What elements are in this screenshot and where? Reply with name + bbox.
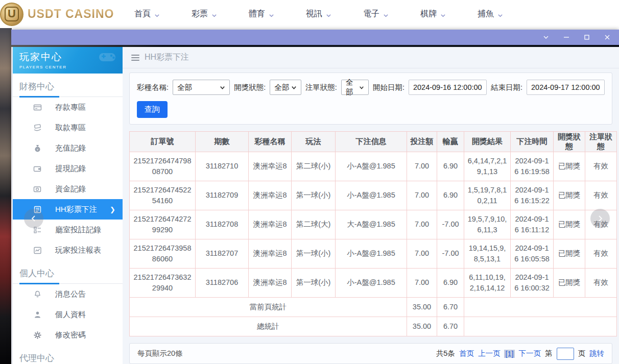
nav-item-lottery[interactable]: 彩票 — [192, 9, 217, 19]
cell-order-no: 2152172647395886060 — [130, 239, 196, 269]
bet-table-wrap: 訂單號 期數 彩種名稱 玩法 下注信息 投注額 輸贏 開獎結果 下注時間 開獎狀… — [129, 131, 612, 336]
bell-icon — [33, 290, 42, 299]
nav-items: 首頁 彩票 體育 視訊 電子 棋牌 — [134, 9, 503, 19]
cell-play-type: 第一球(小) — [292, 269, 336, 298]
col-header-draw-status: 開獎狀態 — [554, 132, 585, 152]
prev-page-link[interactable]: 上一页 — [478, 349, 501, 358]
start-date-input[interactable] — [409, 80, 487, 95]
sidebar-item-label: 玩家投注報表 — [55, 246, 101, 255]
carousel-next-button[interactable] — [590, 209, 610, 228]
col-header-bet-amount: 投注額 — [407, 132, 437, 152]
gear-icon — [33, 331, 42, 339]
select-chevron-icon — [220, 85, 225, 90]
cell-issue: 31182708 — [196, 210, 249, 239]
draw-status-select[interactable]: 全部 — [270, 80, 301, 95]
order-status-value: 全部 — [346, 78, 359, 97]
hamburger-menu-icon[interactable] — [131, 55, 139, 61]
col-header-lottery-name: 彩種名稱 — [249, 132, 292, 152]
chevron-down-icon — [154, 11, 160, 17]
order-status-select[interactable]: 全部 — [341, 80, 369, 95]
report-icon — [33, 246, 42, 255]
chevron-down-icon — [440, 11, 446, 17]
page-title: HH彩票下注 — [145, 52, 189, 63]
cell-bet-amount: 7.00 — [407, 239, 437, 269]
sidebar-header: 玩家中心 PLAYERS CENTER — [13, 47, 123, 74]
cell-play-type: 第一球(小) — [292, 239, 336, 269]
background-photo — [0, 28, 12, 364]
search-button[interactable]: 查詢 — [137, 101, 168, 118]
page-jump-input[interactable] — [557, 348, 574, 360]
nav-item-sports[interactable]: 體育 — [249, 9, 274, 19]
close-icon[interactable] — [604, 34, 611, 41]
table-row: 2152172647479808700 31182710 澳洲幸运8 第二球(小… — [130, 152, 617, 181]
sidebar-item-player-bet-report[interactable]: 玩家投注報表 — [13, 240, 123, 260]
first-page-link[interactable]: 首页 — [459, 349, 474, 358]
sidebar-item-label: 提現記錄 — [55, 164, 86, 174]
maximize-icon[interactable] — [583, 34, 590, 41]
grand-summary-winloss-total: 6.70 — [437, 317, 464, 336]
gamepad-icon — [97, 50, 117, 66]
cell-bet-amount: 7.00 — [407, 210, 437, 239]
sidebar-item-announcements[interactable]: 消息公告 — [13, 284, 123, 304]
minimize-icon[interactable] — [563, 34, 570, 41]
collapse-icon[interactable] — [542, 34, 550, 41]
cell-winloss: -7.00 — [437, 210, 464, 239]
cell-bet-amount: 7.00 — [407, 181, 437, 210]
lottery-name-select[interactable]: 全部 — [173, 80, 230, 95]
chevron-down-icon — [326, 11, 331, 17]
sidebar-item-recharge-record[interactable]: ¥ 充值記錄 — [13, 138, 123, 158]
carousel-prev-button[interactable] — [24, 209, 43, 228]
sidebar-item-deposit[interactable]: 存款專區 — [13, 97, 123, 117]
page-summary-row: 當前頁統計 35.00 6.70 — [130, 298, 617, 317]
pager: 共5条 首页 上一页 [1] 下一页 第 页 跳转 — [436, 348, 604, 360]
cell-bet-time: 2024-09-16 16:05:58 — [511, 239, 554, 269]
sidebar-item-withdraw[interactable]: 取款專區 — [13, 117, 123, 138]
current-page-indicator[interactable]: [1] — [504, 350, 514, 358]
cell-issue: 31182710 — [196, 152, 249, 181]
nav-item-cards[interactable]: 棋牌 — [420, 9, 446, 19]
grand-summary-bet-total: 35.00 — [407, 317, 437, 336]
sidebar-item-profile[interactable]: 個人資料 — [13, 304, 123, 325]
nav-item-live[interactable]: 視訊 — [306, 9, 331, 19]
sidebar-item-change-password[interactable]: 修改密碼 — [13, 325, 123, 345]
coin-letter: U — [5, 7, 19, 21]
sidebar: 玩家中心 PLAYERS CENTER 財務中心 存款專區 取款專區 ¥ — [13, 47, 123, 364]
breadcrumb: HH彩票下注 — [123, 47, 619, 68]
cell-winloss: -7.00 — [437, 239, 464, 269]
cell-bet-time: 2024-09-16 16:00:32 — [511, 269, 554, 298]
table-row: 2152172647363229940 31182706 澳洲幸运8 第一球(小… — [130, 269, 617, 298]
nav-label: 視訊 — [306, 9, 322, 19]
money-bag-icon: ¥ — [33, 144, 42, 153]
end-date-input[interactable] — [527, 80, 605, 95]
table-row: 2152172647427299290 31182708 澳洲幸运8 第二球(大… — [130, 210, 617, 239]
sidebar-item-label: 修改密碼 — [55, 330, 86, 340]
top-navbar: U USDT CASINO 首頁 彩票 體育 視訊 電子 — [0, 0, 619, 28]
nav-item-slots[interactable]: 電子 — [363, 9, 389, 19]
col-header-issue: 期數 — [196, 132, 249, 152]
bet-table: 訂單號 期數 彩種名稱 玩法 下注信息 投注額 輸贏 開獎結果 下注時間 開獎狀… — [129, 131, 617, 336]
cell-order-no: 2152172647479808700 — [130, 152, 196, 181]
select-chevron-icon — [359, 85, 364, 90]
cell-order-no: 2152172647363229940 — [130, 269, 196, 298]
jump-button[interactable]: 跳转 — [589, 349, 604, 358]
wallet-icon — [33, 164, 42, 173]
nav-item-fishing[interactable]: 捕魚 — [478, 9, 503, 19]
cell-draw-status: 已開獎 — [554, 269, 585, 298]
end-date-label: 結束日期: — [491, 83, 522, 92]
sidebar-item-label: 廳室投註記錄 — [55, 225, 101, 235]
brand-logo[interactable]: U USDT CASINO — [3, 3, 118, 26]
col-header-order-no: 訂單號 — [130, 132, 196, 152]
window-titlebar — [11, 30, 619, 45]
nav-item-home[interactable]: 首頁 — [134, 9, 160, 19]
cell-bet-info: 大-A盤@1.985 — [336, 210, 407, 239]
sidebar-item-funds-record[interactable]: 資金記錄 — [13, 179, 123, 199]
cell-draw-result: 6,4,14,7,2,19,1,13 — [464, 152, 511, 181]
cell-bet-amount: 7.00 — [407, 152, 437, 181]
cell-winloss: 6.90 — [437, 181, 464, 210]
sidebar-item-withdrawal-record[interactable]: 提現記錄 — [13, 158, 123, 179]
page-summary-label: 當前頁統計 — [130, 298, 407, 317]
cell-bet-time: 2024-09-16 16:19:58 — [511, 152, 554, 181]
cell-issue: 31182706 — [196, 269, 249, 298]
next-page-link[interactable]: 下一页 — [519, 349, 541, 358]
table-header-row: 訂單號 期數 彩種名稱 玩法 下注信息 投注額 輸贏 開獎結果 下注時間 開獎狀… — [130, 132, 617, 152]
